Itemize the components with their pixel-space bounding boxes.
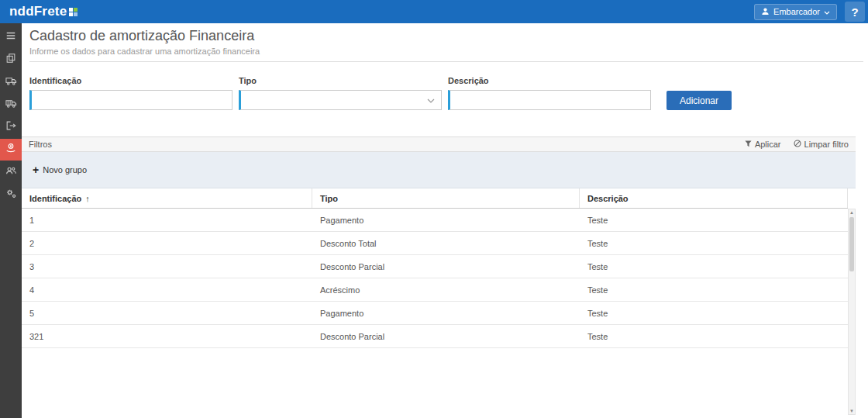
topbar-actions: Embarcador ? [754, 0, 868, 23]
cell-identificacao: 1 [22, 209, 312, 231]
cell-tipo: Pagamento [312, 302, 580, 324]
cell-tipo: Desconto Parcial [312, 325, 580, 347]
sort-asc-icon: ↑ [85, 194, 90, 203]
gears-icon [5, 188, 17, 202]
descricao-label: Descrição [448, 76, 651, 85]
sidebar-item-settings[interactable] [0, 184, 22, 206]
sidebar [0, 23, 22, 418]
cell-identificacao: 3 [22, 255, 312, 278]
table-row[interactable]: 3 Desconto Parcial Teste [22, 255, 848, 278]
column-header-descricao[interactable]: Descrição [580, 188, 848, 208]
brand-text: nddFrete [9, 3, 67, 20]
cell-tipo: Pagamento [312, 209, 580, 231]
top-header: nddFrete Embarcador ? [0, 0, 868, 23]
cell-tipo: Desconto Parcial [312, 255, 580, 278]
results-table: Identificação ↑ Tipo Descrição 1 Pagamen… [22, 188, 856, 348]
identificacao-label: Identificação [29, 76, 232, 85]
plus-icon: + [33, 166, 39, 174]
column-header-label: Descrição [587, 194, 629, 203]
vertical-scrollbar[interactable]: ▲ ▼ [848, 209, 856, 415]
sign-out-icon [5, 120, 16, 134]
field-tipo: Tipo [239, 76, 442, 110]
page-subtitle: Informe os dados para cadastrar uma amor… [29, 47, 848, 56]
cell-descricao: Teste [580, 232, 848, 254]
cell-descricao: Teste [580, 255, 848, 278]
new-group-label: Novo grupo [43, 165, 87, 174]
descricao-input[interactable] [448, 90, 651, 110]
column-header-identificacao[interactable]: Identificação ↑ [22, 188, 312, 208]
help-button[interactable]: ? [845, 2, 865, 22]
sidebar-item-menu[interactable] [0, 26, 22, 48]
column-header-tipo[interactable]: Tipo [312, 188, 580, 208]
brand-flag-icon [69, 4, 78, 21]
clear-filter-label: Limpar filtro [804, 140, 849, 149]
cell-identificacao: 2 [22, 232, 312, 254]
scroll-down-icon[interactable]: ▼ [849, 409, 854, 413]
scrollbar-thumb[interactable] [849, 217, 854, 271]
filters-title: Filtros [29, 140, 52, 149]
select-chevron-icon [427, 95, 435, 105]
page-title: Cadastro de amortização Financeira [29, 28, 848, 44]
finance-icon [5, 143, 16, 157]
copy-icon [5, 53, 16, 67]
cell-identificacao: 4 [22, 278, 312, 301]
tipo-select[interactable] [239, 90, 442, 110]
user-menu-button[interactable]: Embarcador [754, 4, 837, 20]
cell-tipo: Acréscimo [312, 278, 580, 301]
table-row[interactable]: 1 Pagamento Teste [22, 209, 848, 232]
table-row[interactable]: 321 Desconto Parcial Teste [22, 325, 848, 348]
table-row[interactable]: 4 Acréscimo Teste [22, 278, 848, 302]
hamburger-menu-icon [5, 30, 16, 44]
user-menu-label: Embarcador [773, 7, 820, 16]
apply-filter-label: Aplicar [755, 140, 781, 149]
filters-bar: Filtros Aplicar Limpar filtro [22, 136, 856, 152]
tipo-label: Tipo [239, 76, 442, 85]
sidebar-item-financial[interactable] [0, 139, 22, 161]
identificacao-input[interactable] [29, 90, 232, 110]
truck-cargo-icon [5, 98, 17, 112]
page-header: Cadastro de amortização Financeira Infor… [22, 23, 856, 62]
sidebar-item-users[interactable] [0, 161, 22, 183]
sidebar-item-export[interactable] [0, 116, 22, 138]
apply-filter-button[interactable]: Aplicar [745, 140, 781, 149]
column-header-label: Tipo [320, 194, 338, 203]
cell-identificacao: 5 [22, 302, 312, 324]
table-row[interactable]: 5 Pagamento Teste [22, 302, 848, 325]
funnel-icon [745, 140, 752, 149]
sidebar-item-trips[interactable] [0, 71, 22, 93]
cell-descricao: Teste [580, 302, 848, 324]
cell-tipo: Desconto Total [312, 232, 580, 254]
field-identificacao: Identificação [29, 76, 232, 110]
main-content: Cadastro de amortização Financeira Infor… [22, 23, 868, 418]
add-button[interactable]: Adicionar [666, 91, 732, 110]
slash-circle-icon [794, 140, 801, 149]
column-header-label: Identificação [29, 194, 81, 203]
field-descricao: Descrição [448, 76, 651, 110]
amortization-form: Identificação Tipo Descrição Adicionar [22, 76, 856, 110]
user-icon [761, 7, 770, 17]
users-icon [5, 165, 17, 180]
cell-descricao: Teste [580, 278, 848, 301]
filter-group-band: + Novo grupo [22, 152, 856, 188]
brand-logo: nddFrete [0, 3, 78, 21]
clear-filter-button[interactable]: Limpar filtro [794, 140, 849, 149]
filters-actions: Aplicar Limpar filtro [745, 140, 849, 149]
scroll-up-icon[interactable]: ▲ [849, 210, 854, 215]
sidebar-item-cargo[interactable] [0, 94, 22, 116]
chevron-down-icon [824, 7, 830, 16]
header-divider [29, 61, 863, 62]
table-row[interactable]: 2 Desconto Total Teste [22, 232, 848, 255]
new-group-button[interactable]: + Novo grupo [33, 165, 87, 174]
cell-descricao: Teste [580, 209, 848, 231]
cell-identificacao: 321 [22, 325, 312, 347]
truck-icon [5, 75, 17, 90]
cell-descricao: Teste [580, 325, 848, 347]
sidebar-item-documents[interactable] [0, 49, 22, 71]
table-header-row: Identificação ↑ Tipo Descrição [22, 188, 848, 209]
